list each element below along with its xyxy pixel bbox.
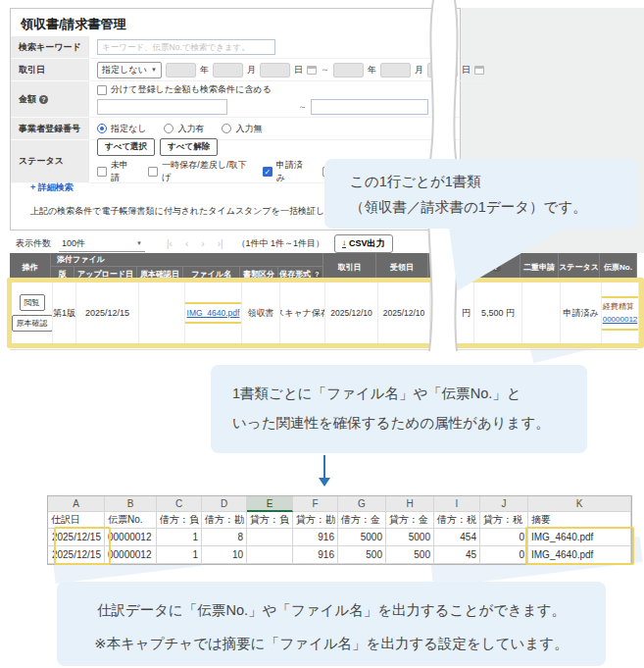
sheet-cell[interactable]: 454: [434, 529, 480, 546]
amount-to-input[interactable]: [311, 99, 428, 115]
sheet-cell[interactable]: 0: [480, 546, 528, 564]
cell-double-apply: [522, 283, 561, 343]
count-select[interactable]: 100件 ▼: [59, 236, 145, 252]
sheet-cell[interactable]: 10: [202, 546, 247, 564]
cell-version: 第1版: [53, 283, 76, 343]
original-check-button[interactable]: 原本確認: [12, 315, 53, 332]
amount-help-icon[interactable]: ?: [39, 95, 48, 104]
status-option-saved[interactable]: 一時保存/差戻し/取下げ: [148, 159, 248, 184]
sheet-field-header[interactable]: 借方：税: [434, 512, 480, 529]
sheet-col-letter[interactable]: D: [202, 496, 247, 512]
sheet-cell[interactable]: 45: [434, 546, 480, 564]
amount-label: 金額 ?: [11, 81, 89, 118]
table-row: 閲覧 原本確認 第1版 2025/12/15 IMG_4640.pdf 領収書 …: [12, 283, 639, 343]
prev-page-icon[interactable]: ‹: [185, 238, 188, 249]
highlighted-document-row: 閲覧 原本確認 第1版 2025/12/15 IMG_4640.pdf 領収書 …: [7, 278, 644, 348]
slip-no-column-highlight: [54, 527, 111, 565]
sheet-cell[interactable]: 500: [338, 546, 386, 564]
sheet-col-letter[interactable]: G: [338, 496, 386, 512]
from-year-input[interactable]: [166, 63, 196, 77]
sheet-cell[interactable]: 8: [202, 529, 247, 546]
regnum-label: 事業者登録番号: [11, 118, 89, 140]
chevron-down-icon: ▼: [136, 240, 142, 246]
cell-status: 申請済み: [561, 283, 602, 343]
page-info: （1件中 1件～1件目）: [237, 237, 325, 250]
sheet-col-letter[interactable]: A: [48, 496, 105, 512]
clear-all-button[interactable]: すべて解除: [160, 138, 218, 156]
radio-selected-icon: [97, 124, 107, 133]
from-day-input[interactable]: [260, 63, 290, 77]
sheet-field-header[interactable]: 貸方：金: [386, 512, 434, 529]
sheet-col-letter[interactable]: I: [434, 496, 480, 512]
sheet-col-letter[interactable]: K: [528, 496, 631, 512]
sheet-col-letter[interactable]: C: [157, 496, 202, 512]
last-page-icon[interactable]: ›|: [218, 238, 223, 249]
filename-column-highlight: [525, 527, 634, 565]
calendar-icon[interactable]: [307, 66, 317, 75]
sheet-cell[interactable]: 916: [293, 546, 338, 564]
sheet-cell[interactable]: 0: [480, 529, 528, 546]
advanced-search-link[interactable]: + 詳細検索: [30, 181, 74, 194]
callout-row-explanation: この1行ごとが1書類 （領収書／請求書の1データ）です。: [324, 159, 637, 229]
sheet-col-letter[interactable]: B: [105, 496, 157, 512]
calendar-icon[interactable]: [474, 66, 484, 75]
amount-row: 金額 ? 分けて登録した金額も検索条件に含める ～ 円: [11, 81, 460, 118]
sheet-cell[interactable]: [247, 546, 293, 564]
sheet-cell[interactable]: [247, 529, 293, 546]
sheet-col-letter-selected[interactable]: E: [247, 496, 293, 512]
filename-link[interactable]: IMG_4640.pdf: [187, 308, 240, 318]
sheet-field-header[interactable]: 貸方：税: [480, 512, 528, 529]
status-option-applied[interactable]: ✓ 申請済み: [263, 159, 309, 184]
status-option-unapplied[interactable]: 未申請: [97, 159, 134, 184]
regnum-option-hasnot[interactable]: 入力無: [222, 123, 262, 135]
cell-upload-date: 2025/12/15: [76, 283, 139, 343]
sheet-cell[interactable]: 916: [293, 529, 338, 546]
radio-icon: [164, 124, 173, 133]
sheet-cell[interactable]: 500: [386, 546, 434, 564]
from-month-input[interactable]: [213, 63, 243, 77]
sheet-cell[interactable]: 5000: [338, 529, 386, 546]
sheet-field-header[interactable]: 借方：負: [157, 512, 202, 529]
sheet-cell[interactable]: 1: [157, 546, 202, 564]
amount-from-input[interactable]: [97, 99, 227, 115]
cell-original-date: [139, 283, 185, 343]
to-year-input[interactable]: [333, 63, 364, 77]
regnum-option-has[interactable]: 入力有: [164, 123, 204, 135]
first-page-icon[interactable]: |‹: [167, 238, 173, 249]
sheet-field-header[interactable]: 貸方：負: [247, 512, 293, 529]
sheet-field-header[interactable]: 借方：金: [338, 512, 386, 529]
sheet-col-letter[interactable]: F: [293, 496, 338, 512]
verify-note: 上記の検索条件で電子帳簿書類に付与されたタイムスタンプを一括検証します。: [30, 205, 352, 218]
sheet-col-letter[interactable]: H: [386, 496, 434, 512]
view-button[interactable]: 閲覧: [20, 294, 45, 311]
sheet-field-header[interactable]: 貸方：勘: [293, 512, 338, 529]
regnum-option-none[interactable]: 指定なし: [97, 123, 146, 135]
sheet-cell-slip-no[interactable]: 00000012: [105, 529, 157, 546]
csv-export-button[interactable]: ↓ CSV出力: [334, 234, 393, 253]
slip-no-highlight-box: 経費精算 00000012: [602, 296, 639, 331]
checkbox-icon: [97, 167, 107, 177]
keyword-input[interactable]: [97, 39, 275, 55]
next-page-icon[interactable]: ›: [201, 238, 204, 249]
slip-no-link[interactable]: 00000012: [603, 315, 638, 324]
registration-number-row: 事業者登録番号 指定なし 入力有 入力無: [11, 118, 460, 140]
sheet-field-header[interactable]: 借方：勘: [202, 512, 247, 529]
page-title: 領収書/請求書管理: [11, 9, 460, 37]
select-all-button[interactable]: すべて選択: [97, 138, 155, 156]
sheet-cell[interactable]: 1: [157, 529, 202, 546]
count-label: 表示件数: [16, 237, 51, 250]
to-month-input[interactable]: [380, 63, 411, 77]
sheet-col-letter[interactable]: J: [480, 496, 528, 512]
cell-format: スキャナ保存: [280, 283, 325, 343]
keyword-label: 検索キーワード: [11, 36, 89, 59]
date-mode-select[interactable]: 指定しない ▼: [97, 62, 162, 78]
sheet-field-header[interactable]: 伝票No.: [105, 512, 157, 529]
keyword-row: 検索キーワード: [11, 36, 460, 59]
sheet-cell[interactable]: 5000: [386, 529, 434, 546]
callout-attributes-explanation: 1書類ごとに「ファイル名」や「伝票No.」と いった関連性を確保するための属性が…: [211, 365, 587, 453]
checkbox-checked-icon: ✓: [263, 167, 272, 177]
sheet-cell-slip-no[interactable]: 00000012: [105, 546, 157, 564]
page: 領収書/請求書管理 検索キーワード 取引日 指定しない ▼ 年: [0, 0, 644, 668]
down-arrow-head-icon: [319, 478, 330, 487]
amount-split-checkbox[interactable]: [97, 85, 107, 95]
